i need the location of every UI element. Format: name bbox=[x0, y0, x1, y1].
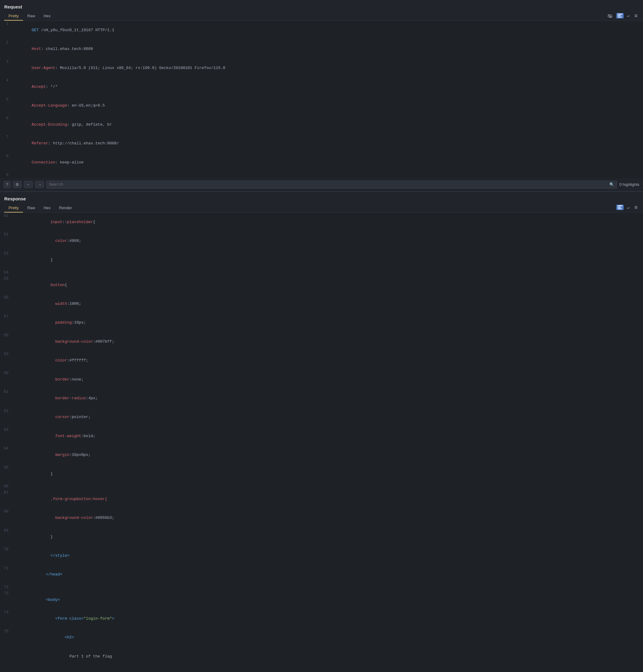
request-code-area: 1 GET /oH_y0u_f0unD_1t_19167 HTTP/1.1 2 … bbox=[0, 21, 643, 178]
response-line-62: 62 cursor:pointer; bbox=[0, 408, 643, 427]
format-icon[interactable] bbox=[616, 13, 623, 19]
response-line-75b: Part 1 of the flag bbox=[0, 647, 643, 666]
search-input[interactable] bbox=[49, 182, 608, 187]
response-panel: Response Pretty Raw Hex Render ↵ bbox=[0, 192, 643, 672]
request-header: Request Pretty Raw Hex bbox=[0, 0, 643, 21]
search-input-wrap[interactable]: 🔍 bbox=[46, 181, 617, 188]
response-line-68: 68 background-color:#0056b3; bbox=[0, 509, 643, 527]
help-button[interactable]: ? bbox=[4, 181, 11, 188]
response-line-60: 60 border:none; bbox=[0, 370, 643, 389]
request-line-2: 2 Host: chall.ehax.tech:8008 bbox=[0, 40, 643, 58]
response-line-65: 65 } bbox=[0, 465, 643, 484]
response-line-75c: </h2> bbox=[0, 666, 643, 672]
response-line-53: 53 } bbox=[0, 251, 643, 269]
request-line-5: 5 Accept-Language: en-US,en;q=0.5 bbox=[0, 97, 643, 115]
request-search-bar: ? ⚙ ← → 🔍 0 highlights bbox=[0, 178, 643, 191]
request-panel: Request Pretty Raw Hex bbox=[0, 0, 643, 192]
response-menu-icon[interactable]: ≡ bbox=[633, 204, 639, 211]
request-line-8: 8 Connection: keep-alive bbox=[0, 153, 643, 172]
response-line-67: 67 .form-groupbutton:hover{ bbox=[0, 490, 643, 509]
response-line-59: 59 color:#ffffff; bbox=[0, 351, 643, 370]
tab-response-pretty[interactable]: Pretty bbox=[4, 204, 23, 212]
response-header: Response Pretty Raw Hex Render ↵ bbox=[0, 192, 643, 213]
settings-button[interactable]: ⚙ bbox=[13, 181, 22, 188]
response-line-70: 70 </style> bbox=[0, 546, 643, 565]
response-title: Response bbox=[4, 194, 639, 204]
response-line-64: 64 margin:10px0px; bbox=[0, 445, 643, 464]
tab-request-raw[interactable]: Raw bbox=[23, 12, 39, 21]
response-tabs-row: Pretty Raw Hex Render ↵ ≡ bbox=[4, 204, 639, 212]
request-line-1: 1 GET /oH_y0u_f0unD_1t_19167 HTTP/1.1 bbox=[0, 21, 643, 40]
svg-rect-4 bbox=[618, 207, 621, 208]
svg-rect-0 bbox=[618, 14, 622, 14]
response-line-57: 57 padding:10px; bbox=[0, 314, 643, 332]
svg-rect-2 bbox=[618, 17, 622, 17]
newline-icon[interactable]: ↵ bbox=[626, 13, 631, 19]
tab-request-hex[interactable]: Hex bbox=[39, 12, 55, 21]
menu-icon[interactable]: ≡ bbox=[633, 12, 639, 19]
response-line-71: 71 </head> bbox=[0, 565, 643, 584]
response-line-56: 56 width:100%; bbox=[0, 294, 643, 313]
response-newline-icon[interactable]: ↵ bbox=[626, 205, 631, 210]
response-tab-actions: ↵ ≡ bbox=[616, 204, 639, 212]
search-icon: 🔍 bbox=[609, 182, 614, 187]
response-format-icon[interactable] bbox=[616, 205, 623, 210]
request-tabs-row: Pretty Raw Hex ↵ bbox=[4, 12, 639, 21]
request-line-4: 4 Accept: */* bbox=[0, 77, 643, 96]
response-code-area: 51 input::placeholder{ 52 color:#888; 53… bbox=[0, 213, 643, 672]
response-line-74: 74 <form class="login-form"> bbox=[0, 609, 643, 628]
response-line-54: 54 bbox=[0, 269, 643, 276]
response-tabs: Pretty Raw Hex Render bbox=[4, 204, 76, 212]
svg-rect-1 bbox=[618, 15, 621, 16]
request-tabs: Pretty Raw Hex bbox=[4, 12, 55, 21]
response-line-51: 51 input::placeholder{ bbox=[0, 213, 643, 232]
svg-rect-3 bbox=[618, 206, 622, 206]
response-line-73: 73 <body> bbox=[0, 590, 643, 609]
highlights-count: 0 highlights bbox=[619, 182, 639, 187]
request-line-7: 7 Referer: http://chall.ehax.tech:8008/ bbox=[0, 134, 643, 153]
response-line-52: 52 color:#888; bbox=[0, 232, 643, 251]
request-line-3: 3 User-Agent: Mozilla/5.0 (X11; Linux x8… bbox=[0, 59, 643, 77]
response-line-75: 75 <h2> bbox=[0, 628, 643, 647]
eye-slash-icon[interactable] bbox=[606, 13, 614, 19]
response-line-58: 58 background-color:#007bff; bbox=[0, 332, 643, 351]
response-line-66: 66 bbox=[0, 484, 643, 490]
svg-rect-5 bbox=[618, 209, 622, 209]
response-line-72: 72 bbox=[0, 584, 643, 590]
response-line-63: 63 font-weight:bold; bbox=[0, 427, 643, 445]
request-title: Request bbox=[4, 2, 639, 12]
tab-response-render[interactable]: Render bbox=[55, 204, 76, 212]
request-line-9: 9 bbox=[0, 172, 643, 178]
tab-response-hex[interactable]: Hex bbox=[39, 204, 55, 212]
request-line-6: 6 Accept-Encoding: gzip, deflate, br bbox=[0, 115, 643, 134]
back-button[interactable]: ← bbox=[24, 181, 33, 188]
tab-response-raw[interactable]: Raw bbox=[23, 204, 39, 212]
forward-button[interactable]: → bbox=[35, 181, 44, 188]
request-tab-actions: ↵ ≡ bbox=[606, 12, 639, 20]
response-line-61: 61 border-radius:4px; bbox=[0, 389, 643, 408]
response-line-55: 55 button{ bbox=[0, 276, 643, 294]
tab-request-pretty[interactable]: Pretty bbox=[4, 12, 23, 21]
response-line-69: 69 } bbox=[0, 528, 643, 546]
